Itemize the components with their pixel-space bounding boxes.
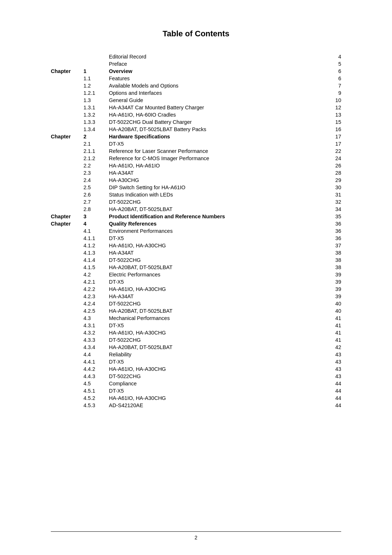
toc-row: 2.1.2Reference for C-MOS Imager Performa… [51,155,341,162]
toc-row: 4.2Electric Performances39 [51,271,341,278]
toc-entry-title: HA-A61IO, HA-A61IO [109,162,327,169]
toc-row: 4.3.2HA-A61IO, HA-A30CHG41 [51,329,341,336]
toc-page-number: 22 [327,147,341,155]
toc-row: 4.1Environment Performances36 [51,227,341,235]
toc-chapter-label [51,111,83,118]
toc-page-number: 17 [327,140,341,147]
toc-entry-title: DT-X5 [109,140,327,147]
toc-chapter-label [51,373,83,380]
toc-row: 4.3.1DT-X541 [51,322,341,329]
toc-entry-title: DT-X5 [109,235,327,242]
toc-page-number: 12 [327,104,341,111]
toc-number: 4.1.5 [83,264,109,271]
toc-row: 2.8HA-A20BAT, DT-5025LBAT34 [51,206,341,213]
toc-entry-title: HA-A20BAT, DT-5025LBAT [109,264,327,271]
toc-entry-title: HA-A20BAT, DT-5025LBAT [109,307,327,315]
toc-chapter-label [51,242,83,249]
toc-chapter-label [51,322,83,329]
toc-row: Chapter2Hardware Specifications17 [51,133,341,140]
toc-entry-title: Editorial Record [109,53,327,60]
toc-entry-title: HA-A20BAT, DT-5025LBAT [109,206,327,213]
toc-number: 2.1 [83,140,109,147]
toc-entry-title: DT-5022CHG Dual Battery Charger [109,118,327,126]
toc-entry-title: Hardware Specifications [109,133,327,140]
toc-chapter-label [51,82,83,89]
toc-page-number: 36 [327,220,341,227]
toc-number: 2 [83,133,109,140]
toc-number: 2.8 [83,206,109,213]
toc-number: 1.3.1 [83,104,109,111]
toc-number [83,53,109,60]
toc-row: 4.3.3DT-5022CHG41 [51,336,341,344]
toc-chapter-label [51,118,83,126]
toc-page-number: 38 [327,264,341,271]
toc-chapter-label [51,365,83,373]
toc-entry-title: Mechanical Performances [109,315,327,322]
toc-row: Chapter4Quality References36 [51,220,341,227]
toc-chapter-label [51,169,83,177]
toc-row: 1.3.1HA-A34AT Car Mounted Battery Charge… [51,104,341,111]
toc-number: 1.3.4 [83,126,109,133]
toc-table: Editorial Record4Preface5Chapter1Overvie… [51,53,341,409]
toc-row: 2.3HA-A34AT28 [51,169,341,177]
toc-row: 2.4HA-A30CHG29 [51,177,341,184]
toc-entry-title: HA-A34AT [109,249,327,256]
toc-chapter-label [51,104,83,111]
toc-number: 4.2.2 [83,285,109,293]
toc-chapter-label [51,249,83,256]
toc-row: 4.2.4DT-5022CHG40 [51,300,341,307]
toc-chapter-label [51,293,83,300]
toc-entry-title: HA-A34AT [109,293,327,300]
toc-chapter-label [51,89,83,97]
toc-row: 2.1DT-X517 [51,140,341,147]
toc-page-number: 41 [327,336,341,344]
toc-row: 2.7DT-5022CHG32 [51,198,341,206]
toc-row: 2.6Status Indication with LEDs31 [51,191,341,198]
toc-number: 4.3.3 [83,336,109,344]
toc-entry-title: HA-A61IO, HA-A30CHG [109,329,327,336]
toc-number: 2.6 [83,191,109,198]
toc-chapter-label [51,307,83,315]
toc-page-number: 37 [327,242,341,249]
toc-chapter-label [51,358,83,365]
toc-entry-title: Status Indication with LEDs [109,191,327,198]
toc-page-number: 32 [327,198,341,206]
toc-number: 4 [83,220,109,227]
toc-chapter-label [51,329,83,336]
page-title: Table of Contents [51,29,341,39]
toc-number: 4.1.4 [83,256,109,264]
toc-row: 4.4.1DT-X543 [51,358,341,365]
toc-entry-title: Preface [109,60,327,68]
toc-entry-title: DT-X5 [109,387,327,394]
toc-page-number: 41 [327,329,341,336]
toc-page-number: 41 [327,315,341,322]
toc-row: 4.3.4HA-A20BAT, DT-5025LBAT42 [51,344,341,351]
toc-number: 2.1.1 [83,147,109,155]
toc-page-number: 38 [327,249,341,256]
toc-page-number: 43 [327,351,341,358]
toc-entry-title: Reliability [109,351,327,358]
toc-page-number: 39 [327,285,341,293]
toc-page-number: 9 [327,89,341,97]
toc-chapter-label [51,162,83,169]
toc-page-number: 40 [327,300,341,307]
toc-entry-title: HA-A61IO, HA-A30CHG [109,242,327,249]
toc-page-number: 43 [327,373,341,380]
toc-page-number: 44 [327,380,341,387]
toc-page-number: 5 [327,60,341,68]
toc-page-number: 28 [327,169,341,177]
toc-entry-title: Reference for C-MOS Imager Performance [109,155,327,162]
toc-number: 4.4.3 [83,373,109,380]
toc-entry-title: DT-X5 [109,322,327,329]
toc-number: 4.2 [83,271,109,278]
toc-number: 4.1.3 [83,249,109,256]
toc-page-number: 44 [327,387,341,394]
toc-entry-title: DT-5022CHG [109,256,327,264]
toc-page-number: 7 [327,82,341,89]
toc-chapter-label [51,177,83,184]
toc-page-number: 42 [327,344,341,351]
toc-chapter-label [51,394,83,402]
toc-entry-title: Electric Performances [109,271,327,278]
toc-entry-title: DT-5022CHG [109,300,327,307]
toc-page-number: 6 [327,75,341,82]
